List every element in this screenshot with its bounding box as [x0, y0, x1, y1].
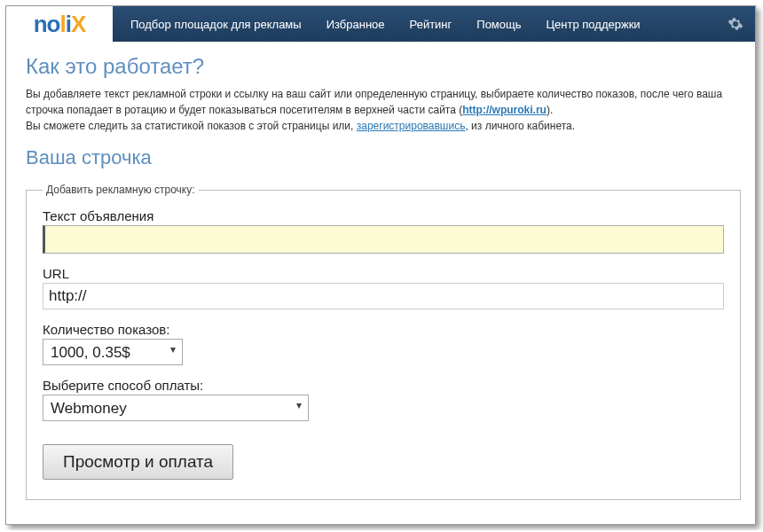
field-ad-text: Текст объявления	[43, 208, 724, 254]
intro-part: Вы добавляете текст рекламной строки и с…	[26, 88, 722, 116]
intro-text: Вы добавляете текст рекламной строки и с…	[26, 86, 735, 134]
app-window: noliX Подбор площадок для рекламы Избран…	[5, 5, 756, 525]
logo-text: no	[34, 11, 60, 38]
nav-item-rating[interactable]: Рейтинг	[410, 18, 452, 31]
main-nav: Подбор площадок для рекламы Избранное Ре…	[113, 15, 755, 33]
register-link[interactable]: зарегистрировавшись	[357, 120, 466, 132]
site-link[interactable]: http://wpuroki.ru	[462, 104, 547, 116]
nav-item-platforms[interactable]: Подбор площадок для рекламы	[130, 18, 302, 31]
field-payment: Выберите способ оплаты: Webmoney	[43, 378, 724, 421]
payment-select-wrap: Webmoney	[43, 395, 309, 421]
payment-label: Выберите способ оплаты:	[43, 378, 724, 393]
logo-text: X	[71, 11, 85, 38]
how-it-works-title: Как это работает?	[26, 54, 735, 79]
logo[interactable]: noliX	[6, 6, 113, 42]
ad-text-label: Текст объявления	[43, 208, 724, 223]
nav-item-support[interactable]: Центр поддержки	[547, 18, 641, 31]
field-url: URL	[43, 266, 724, 309]
preview-pay-button[interactable]: Просмотр и оплата	[43, 444, 233, 480]
fieldset-legend: Добавить рекламную строчку:	[43, 184, 199, 196]
content-area: Как это работает? Вы добавляете текст ре…	[6, 42, 755, 512]
count-select[interactable]: 1000, 0.35$	[43, 339, 183, 365]
ad-text-input[interactable]	[43, 225, 724, 254]
nav-item-favorites[interactable]: Избранное	[326, 18, 385, 31]
ad-form-fieldset: Добавить рекламную строчку: Текст объявл…	[26, 184, 741, 500]
intro-part: , из личного кабинета.	[465, 120, 575, 132]
url-label: URL	[43, 266, 724, 281]
intro-part: Вы сможете следить за статистикой показо…	[26, 120, 357, 132]
count-select-wrap: 1000, 0.35$	[43, 339, 183, 365]
header-bar: noliX Подбор площадок для рекламы Избран…	[6, 6, 755, 42]
field-count: Количество показов: 1000, 0.35$	[43, 322, 724, 365]
payment-select[interactable]: Webmoney	[43, 395, 309, 421]
gear-icon[interactable]	[727, 15, 744, 33]
your-line-title: Ваша строчка	[26, 146, 735, 169]
count-label: Количество показов:	[43, 322, 724, 337]
intro-part: ).	[547, 104, 553, 116]
nav-item-help[interactable]: Помощь	[476, 18, 521, 31]
url-input[interactable]	[43, 283, 724, 309]
